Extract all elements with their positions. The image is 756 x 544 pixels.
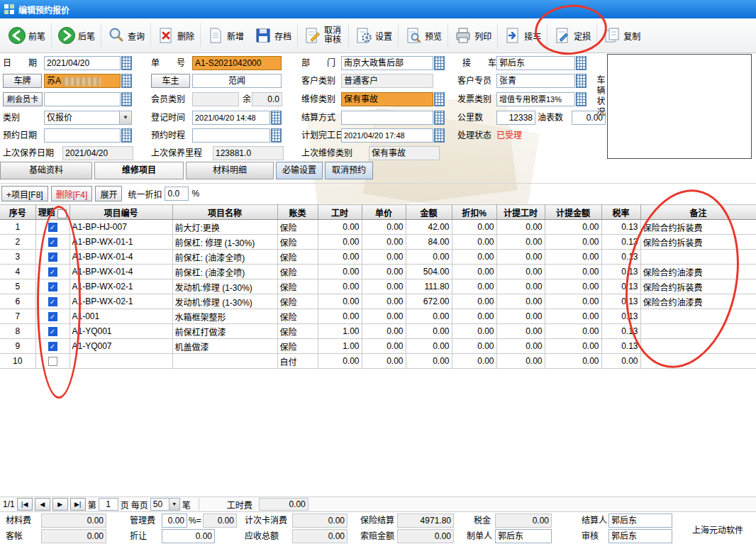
date-input[interactable]: 2021/04/20	[44, 56, 121, 70]
cell-acc_hours: 0.00	[496, 354, 545, 369]
plate-button[interactable]: 车牌	[3, 74, 42, 88]
tab-material-detail[interactable]: 材料明细	[186, 162, 274, 179]
delete-item-button[interactable]: 删除[F4]	[51, 186, 93, 201]
member-card-input[interactable]	[44, 92, 121, 106]
claim-checkbox[interactable]: ✓	[48, 238, 57, 247]
reserve-date-input[interactable]	[44, 128, 121, 143]
repair-type-input[interactable]: 保有事故	[341, 92, 433, 106]
last-page-button[interactable]: ▶|	[70, 498, 86, 511]
manage-fee-pct-input[interactable]: 0.00	[162, 514, 187, 528]
settler-value[interactable]: 郭后东	[608, 514, 672, 528]
cancel-audit-button[interactable]: 取消审核	[299, 21, 348, 50]
receiver-input[interactable]: 郭后东	[496, 56, 575, 70]
plate-picker-icon[interactable]	[121, 74, 132, 88]
register-time-picker-icon[interactable]	[271, 111, 282, 125]
table-row[interactable]: 9✓A1-YQ007机盖做漆保险1.000.000.000.000.000.00…	[0, 339, 756, 354]
claim-checkbox[interactable]	[48, 357, 57, 366]
date-picker-icon[interactable]	[121, 56, 132, 70]
mileage-input[interactable]: 12338	[496, 111, 535, 125]
first-page-button[interactable]: |◀	[17, 498, 33, 511]
search-button[interactable]: 查询	[102, 21, 150, 50]
page-number-input[interactable]: 1	[99, 498, 118, 511]
print-icon	[454, 26, 472, 45]
receiver-picker-icon[interactable]	[576, 56, 587, 70]
cell-remark: 保险合约拆装费	[640, 279, 756, 294]
tab-basic-info[interactable]: 基础资料	[0, 162, 92, 179]
col-amount: 金额	[406, 205, 452, 220]
member-card-picker-icon[interactable]	[121, 92, 132, 106]
discount-allow-input[interactable]: 0.00	[162, 529, 215, 543]
tab-required-settings[interactable]: 必输设置	[276, 162, 323, 179]
customer-type-field-group: 普通客户	[341, 74, 433, 88]
repair-type-picker-icon[interactable]	[434, 92, 445, 106]
next-record-button[interactable]: 后笔	[52, 21, 100, 50]
receive-car-button[interactable]: 接车	[499, 21, 546, 50]
department-picker-icon[interactable]	[434, 56, 445, 70]
table-row[interactable]: 1✓A1-BP-HJ-007前大灯:更换保险0.000.0042.000.000…	[0, 220, 756, 235]
table-row[interactable]: 3✓A1-BP-WX-01-4前保杠: (油漆全喷)保险0.000.000.00…	[0, 250, 756, 265]
order-no-input[interactable]: A1-S2021042000	[192, 56, 282, 70]
vehicle-status-box[interactable]	[607, 54, 752, 159]
tab-repair-items[interactable]: 维修项目	[94, 162, 184, 179]
invoice-type-input[interactable]: 增值专用税票13%	[496, 92, 575, 106]
plan-finish-input[interactable]: 2021/04/20 17:48	[341, 128, 433, 143]
maker-value[interactable]: 郭后东	[495, 529, 552, 543]
customer-type-label: 客户类别	[301, 74, 335, 88]
reserve-time-picker-icon[interactable]	[271, 128, 282, 143]
table-row[interactable]: 5✓A1-BP-WX-02-1发动机:修理 (1-30%)保险0.000.001…	[0, 279, 756, 294]
uniform-discount-input[interactable]: 0.0	[165, 187, 189, 201]
prev-record-button[interactable]: 前笔	[3, 21, 50, 50]
cell-acc_hours: 0.00	[496, 265, 545, 279]
audit-value[interactable]: 郭后东	[608, 529, 672, 543]
claim-checkbox[interactable]: ✓	[48, 223, 57, 232]
member-card-button[interactable]: 刷会员卡	[3, 92, 43, 106]
tab-cancel-reservation[interactable]: 取消预约	[325, 162, 373, 179]
table-row[interactable]: 7✓A1-001水箱框架整形保险0.000.000.000.000.000.00…	[0, 309, 756, 324]
expand-button[interactable]: 展开	[95, 186, 122, 201]
department-input[interactable]: 南京大政售后部	[341, 56, 433, 70]
delete-button[interactable]: 删除	[152, 21, 199, 50]
preview-button[interactable]: 预览	[399, 21, 447, 50]
claim-checkbox[interactable]: ✓	[48, 252, 57, 262]
invoice-type-picker-icon[interactable]	[576, 92, 587, 106]
plan-finish-picker-icon[interactable]	[434, 128, 445, 143]
table-row[interactable]: 2✓A1-BP-WX-01-1前保杠: 修理 (1-30%)保险0.000.00…	[0, 235, 756, 250]
settle-method-picker-icon[interactable]	[434, 111, 445, 125]
new-button[interactable]: 新增	[201, 21, 249, 50]
pagination-bar: 1/1 |◀ ◀ ▶ ▶| 第 1 页 每页 50 ▼ 笔 工时费 0.00	[0, 496, 756, 512]
cell-discount: 0.00	[452, 309, 496, 324]
reserve-date-picker-icon[interactable]	[121, 128, 132, 143]
tab-strip: 基础资料 维修项目 材料明细 必输设置 取消预约	[0, 162, 373, 181]
table-row[interactable]: 10自付0.000.000.000.000.000.000.00	[0, 354, 756, 369]
claim-checkbox[interactable]: ✓	[48, 342, 57, 351]
copy-button[interactable]: 复制	[598, 21, 645, 50]
customer-agent-input[interactable]: 张青	[496, 74, 575, 88]
register-time-input[interactable]: 2021/04/20 14:48	[192, 111, 270, 125]
category-select[interactable]: 仅报价 ▼	[44, 111, 132, 125]
add-item-button[interactable]: +项目[F8]	[1, 186, 48, 201]
table-row[interactable]: 8✓A1-YQ001前保杠打做漆保险1.000.000.000.000.000.…	[0, 324, 756, 339]
claim-select-all-checkbox[interactable]	[57, 209, 67, 218]
save-button[interactable]: 存档	[249, 21, 296, 50]
table-row[interactable]: 4✓A1-BP-WX-01-4前保杠: (油漆全喷)保险0.000.00504.…	[0, 265, 756, 279]
plate-input[interactable]: 苏A	[44, 74, 121, 88]
owner-button[interactable]: 车主	[151, 74, 190, 88]
customer-agent-picker-icon[interactable]	[576, 74, 587, 88]
next-page-button[interactable]: ▶	[52, 498, 68, 511]
owner-input[interactable]: 范闻	[192, 74, 282, 88]
settings-button[interactable]: 设置	[350, 21, 397, 50]
department-label: 部 门	[301, 56, 335, 70]
col-price: 单价	[362, 205, 406, 220]
table-row[interactable]: 6✓A1-BP-WX-02-1发动机:修理 (1-30%)保险0.000.006…	[0, 294, 756, 309]
reserve-time-input[interactable]	[192, 128, 270, 143]
claim-checkbox[interactable]: ✓	[48, 267, 57, 277]
prev-page-button[interactable]: ◀	[35, 498, 50, 511]
claim-checkbox[interactable]: ✓	[48, 312, 57, 321]
per-page-select[interactable]: 50 ▼	[150, 498, 180, 511]
settle-method-input[interactable]	[341, 111, 433, 125]
claim-checkbox[interactable]: ✓	[48, 327, 57, 336]
claim-checkbox[interactable]: ✓	[48, 297, 57, 306]
print-button[interactable]: 列印	[449, 21, 496, 50]
damage-assess-button[interactable]: 定损	[548, 21, 596, 50]
claim-checkbox[interactable]: ✓	[48, 282, 57, 292]
